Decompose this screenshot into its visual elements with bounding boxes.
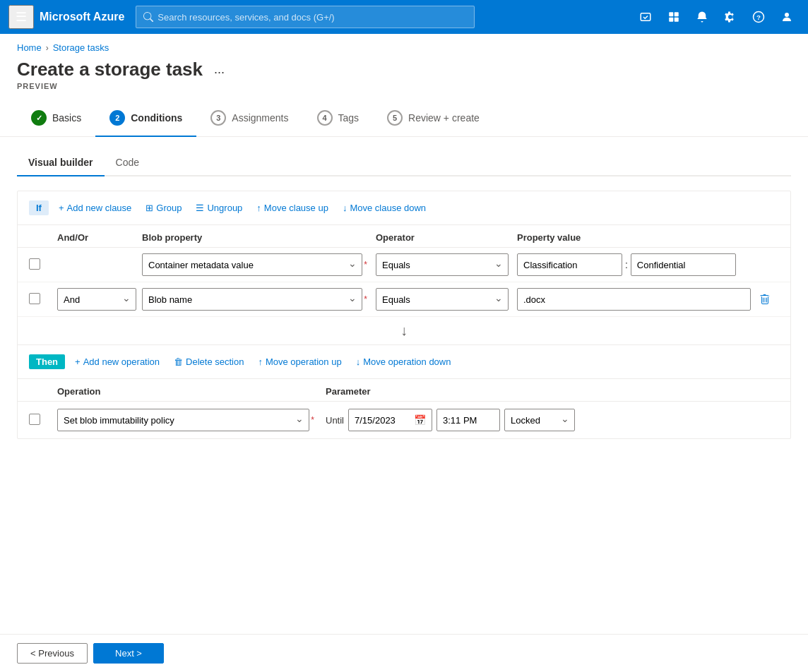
row1-check-cell: [29, 258, 57, 272]
trash-icon: [759, 294, 771, 305]
until-label: Until: [326, 415, 344, 426]
locked-select[interactable]: Locked Unlocked: [504, 409, 575, 431]
step-label-conditions: Conditions: [131, 112, 182, 124]
cloud-shell-btn[interactable]: [633, 4, 658, 30]
row2-delete-btn[interactable]: [756, 291, 773, 308]
portal-menu-btn[interactable]: [661, 4, 687, 30]
then-section: Then + Add new operation 🗑 Delete sectio…: [18, 344, 790, 438]
svg-point-7: [785, 13, 789, 17]
param-fields: Until 📅 Locked Unlocked: [326, 409, 779, 431]
row2-propval-cell: [517, 288, 751, 311]
move-clause-up-btn[interactable]: ↑ Move clause up: [252, 200, 333, 216]
move-clause-down-btn[interactable]: ↓ Move clause down: [338, 200, 430, 216]
search-icon: [143, 12, 153, 22]
step-label-basics: Basics: [52, 112, 81, 124]
date-input[interactable]: [355, 415, 410, 426]
search-bar[interactable]: [136, 6, 475, 28]
row1-operator-select[interactable]: Equals: [376, 253, 509, 276]
wizard-step-assignments[interactable]: 3 Assignments: [196, 102, 302, 137]
row1-propval-key-input[interactable]: [517, 253, 622, 276]
wizard-steps: ✓ Basics 2 Conditions 3 Assignments 4 Ta…: [0, 102, 808, 137]
step-label-review: Review + create: [408, 112, 480, 124]
brand-name: Microsoft Azure: [40, 11, 124, 23]
row2-checkbox[interactable]: [29, 293, 40, 304]
account-btn[interactable]: [774, 4, 800, 30]
row2-blobprop-required: *: [364, 294, 367, 304]
search-input[interactable]: [158, 12, 467, 23]
preview-label: PREVIEW: [0, 80, 808, 102]
row1-propval-val-input[interactable]: [631, 253, 736, 276]
then-row1-param-cell: Until 📅 Locked Unlocked: [326, 409, 779, 431]
add-new-operation-btn[interactable]: + Add new operation: [71, 354, 164, 370]
calendar-icon[interactable]: 📅: [414, 414, 426, 426]
then-row1-op-select[interactable]: Set blob immutability policy: [57, 409, 309, 431]
if-section-header: If + Add new clause ⊞ Group ☰ Ungroup ↑ …: [18, 191, 790, 225]
row1-propval-cell: :: [517, 253, 751, 276]
row2-operator-cell: Equals: [376, 288, 517, 311]
svg-rect-1: [669, 12, 673, 16]
ungroup-icon: ☰: [196, 203, 204, 213]
col-propval: Property value: [517, 232, 751, 243]
group-btn[interactable]: ⊞ Group: [141, 200, 186, 216]
if-column-headers: And/Or Blob property Operator Property v…: [18, 225, 790, 248]
row1-colon: :: [625, 259, 628, 270]
ungroup-btn[interactable]: ☰ Ungroup: [191, 200, 246, 216]
breadcrumb-storage-tasks[interactable]: Storage tasks: [53, 42, 109, 53]
move-down-icon: ↓: [343, 203, 347, 213]
breadcrumb-sep-1: ›: [46, 43, 49, 53]
step-circle-3: 3: [210, 110, 226, 126]
col-operator: Operator: [376, 232, 517, 243]
tab-code[interactable]: Code: [105, 151, 150, 176]
sub-tabs: Visual builder Code: [17, 151, 791, 176]
svg-rect-0: [641, 13, 650, 21]
row2-operator-select[interactable]: Equals: [376, 288, 509, 311]
move-op-up-icon: ↑: [258, 356, 263, 367]
step-circle-5: 5: [387, 110, 403, 126]
add-op-icon: +: [75, 356, 81, 367]
then-col-parameter: Parameter: [326, 386, 779, 397]
row1-checkbox[interactable]: [29, 258, 40, 270]
step-label-assignments: Assignments: [232, 112, 288, 124]
row2-propval-input[interactable]: [517, 288, 751, 311]
wizard-step-tags[interactable]: 4 Tags: [303, 102, 374, 137]
row2-blobprop-select[interactable]: Blob name: [142, 288, 362, 311]
step-circle-1: ✓: [31, 110, 47, 126]
move-op-up-btn[interactable]: ↑ Move operation up: [254, 354, 345, 370]
add-icon: +: [59, 203, 64, 213]
then-col-check: [29, 386, 57, 397]
then-row1-op-cell: Set blob immutability policy *: [57, 409, 326, 431]
wizard-step-review[interactable]: 5 Review + create: [373, 102, 494, 137]
move-op-down-icon: ↓: [356, 356, 361, 367]
wizard-step-basics[interactable]: ✓ Basics: [17, 102, 95, 137]
main-content: Visual builder Code If + Add new clause …: [0, 137, 808, 453]
then-col-operation: Operation: [57, 386, 326, 397]
breadcrumb-home[interactable]: Home: [17, 42, 42, 53]
step-label-tags: Tags: [338, 112, 360, 124]
row1-blobprop-select[interactable]: Container metadata value: [142, 253, 362, 276]
move-op-down-btn[interactable]: ↓ Move operation down: [352, 354, 456, 370]
time-input[interactable]: [436, 409, 500, 431]
hamburger-menu[interactable]: ☰: [8, 5, 34, 29]
delete-section-icon: 🗑: [174, 356, 183, 367]
group-icon: ⊞: [145, 203, 153, 213]
if-badge: If: [29, 200, 49, 215]
settings-btn[interactable]: [718, 4, 743, 30]
add-new-clause-btn[interactable]: + Add new clause: [54, 200, 136, 216]
wizard-step-conditions[interactable]: 2 Conditions: [95, 102, 196, 137]
row1-operator-cell: Equals: [376, 253, 517, 276]
delete-section-btn[interactable]: 🗑 Delete section: [170, 354, 248, 370]
help-btn[interactable]: ?: [746, 4, 771, 30]
date-input-wrapper[interactable]: 📅: [348, 409, 432, 431]
svg-rect-2: [675, 12, 679, 16]
then-section-header: Then + Add new operation 🗑 Delete sectio…: [18, 345, 790, 379]
more-options-btn[interactable]: ...: [210, 59, 229, 80]
row2-andor-select[interactable]: And Or: [57, 288, 136, 311]
page-header: Create a storage task ...: [0, 53, 808, 80]
row2-delete-cell[interactable]: [751, 291, 779, 308]
svg-text:?: ?: [756, 13, 761, 21]
page-title: Create a storage task: [17, 59, 203, 80]
then-row1-checkbox[interactable]: [29, 414, 40, 425]
notifications-btn[interactable]: [689, 4, 715, 30]
tab-visual-builder[interactable]: Visual builder: [17, 151, 105, 176]
svg-rect-3: [669, 18, 673, 22]
